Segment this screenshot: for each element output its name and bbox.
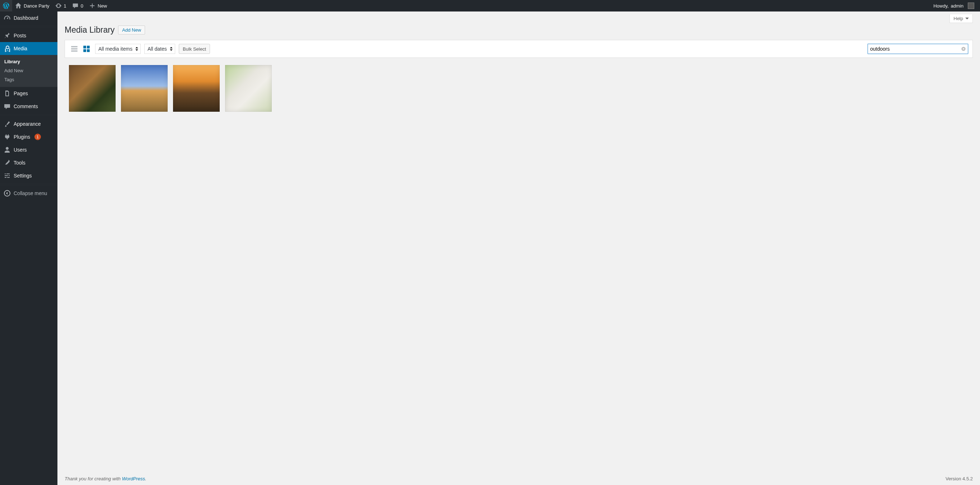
page-title: Media Library — [65, 25, 115, 35]
footer-thankyou: Thank you for creating with — [65, 476, 122, 482]
site-name: Dance Party — [24, 3, 49, 9]
sidebar-item-plugins[interactable]: Plugins 1 — [0, 131, 57, 144]
search-input[interactable] — [868, 44, 968, 54]
grid-icon — [83, 45, 91, 53]
brush-icon — [3, 120, 11, 128]
sidebar-item-pages[interactable]: Pages — [0, 87, 57, 100]
sidebar-item-comments[interactable]: Comments — [0, 100, 57, 113]
site-name-link[interactable]: Dance Party — [12, 0, 52, 11]
chevron-down-icon — [965, 17, 969, 21]
sidebar-label: Dashboard — [14, 15, 38, 21]
svg-rect-1 — [71, 46, 78, 47]
sidebar-item-dashboard[interactable]: Dashboard — [0, 11, 57, 24]
admin-sidebar: Dashboard Posts Media Library Add New Ta… — [0, 11, 57, 485]
sidebar-collapse[interactable]: Collapse menu — [0, 187, 57, 200]
sidebar-label: Comments — [14, 104, 38, 109]
main-content: Help Media Library Add New All media ite… — [57, 11, 980, 485]
wrench-icon — [3, 159, 11, 166]
sidebar-label: Collapse menu — [14, 190, 47, 196]
updates-link[interactable]: 1 — [52, 0, 69, 11]
list-icon — [70, 45, 78, 53]
sliders-icon — [3, 172, 11, 179]
sidebar-label: Users — [14, 147, 27, 153]
sidebar-subitem-tags[interactable]: Tags — [0, 75, 57, 84]
footer-period: . — [145, 476, 146, 482]
bulk-select-button[interactable]: Bulk Select — [179, 44, 210, 54]
updates-count: 1 — [64, 3, 67, 9]
user-icon — [3, 146, 11, 153]
username: admin — [951, 3, 964, 9]
sidebar-item-posts[interactable]: Posts — [0, 29, 57, 42]
media-item[interactable] — [225, 65, 272, 112]
wordpress-icon — [3, 3, 10, 9]
sidebar-label: Tools — [14, 160, 25, 166]
media-icon — [3, 45, 11, 52]
plugin-icon — [3, 133, 11, 140]
filter-type-select[interactable]: All media items — [95, 44, 141, 54]
pin-icon — [3, 32, 11, 39]
sidebar-item-settings[interactable]: Settings — [0, 169, 57, 182]
sidebar-label: Settings — [14, 173, 32, 179]
new-label: New — [98, 3, 107, 9]
sidebar-label: Appearance — [14, 121, 41, 127]
svg-rect-6 — [83, 49, 86, 52]
sidebar-label: Pages — [14, 91, 28, 96]
collapse-icon — [3, 190, 11, 197]
account-link[interactable]: Howdy, admin — [931, 0, 977, 11]
svg-rect-4 — [83, 46, 86, 48]
media-item[interactable] — [173, 65, 220, 112]
comments-count: 0 — [81, 3, 83, 9]
add-new-button[interactable]: Add New — [118, 26, 145, 35]
sidebar-subitem-add-new[interactable]: Add New — [0, 66, 57, 75]
plugins-update-badge: 1 — [35, 134, 41, 140]
media-item[interactable] — [121, 65, 168, 112]
sidebar-item-appearance[interactable]: Appearance — [0, 118, 57, 131]
comments-icon — [3, 103, 11, 110]
wordpress-link[interactable]: WordPress — [122, 476, 145, 482]
media-grid — [65, 65, 973, 112]
version-text: Version 4.5.2 — [945, 476, 973, 482]
sidebar-item-media[interactable]: Media — [0, 42, 57, 55]
media-submenu: Library Add New Tags — [0, 55, 57, 87]
svg-rect-3 — [71, 50, 78, 51]
sidebar-subitem-library[interactable]: Library — [0, 57, 57, 66]
help-label: Help — [953, 16, 963, 21]
page-icon — [3, 90, 11, 97]
sidebar-label: Plugins — [14, 134, 30, 140]
plus-icon — [89, 3, 95, 9]
sidebar-label: Posts — [14, 33, 26, 38]
svg-rect-2 — [71, 48, 78, 49]
comments-link[interactable]: 0 — [69, 0, 86, 11]
new-content-link[interactable]: New — [86, 0, 110, 11]
sidebar-item-tools[interactable]: Tools — [0, 156, 57, 169]
filter-date-select[interactable]: All dates — [144, 44, 175, 54]
comment-icon — [72, 3, 79, 9]
sidebar-label: Media — [14, 46, 27, 51]
view-list-button[interactable] — [69, 44, 80, 54]
admin-footer: Thank you for creating with WordPress. V… — [57, 472, 980, 485]
view-grid-button[interactable] — [81, 44, 92, 54]
dashboard-icon — [3, 14, 11, 22]
svg-rect-5 — [87, 46, 90, 48]
media-toolbar: All media items All dates Bulk Select — [65, 40, 973, 58]
media-item[interactable] — [69, 65, 116, 112]
sidebar-item-users[interactable]: Users — [0, 144, 57, 156]
admin-bar: Dance Party 1 0 New Howdy, admin — [0, 0, 980, 11]
wp-logo[interactable] — [0, 0, 12, 11]
svg-rect-7 — [87, 49, 90, 52]
avatar — [968, 3, 974, 9]
help-tab[interactable]: Help — [950, 14, 973, 23]
howdy-prefix: Howdy, — [933, 3, 948, 9]
home-icon — [15, 3, 22, 9]
clear-search-icon[interactable] — [961, 46, 966, 51]
update-icon — [55, 3, 62, 9]
